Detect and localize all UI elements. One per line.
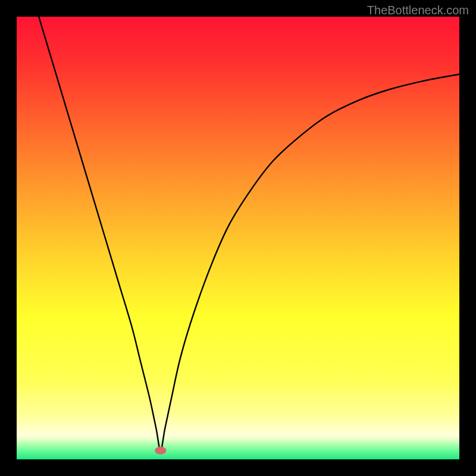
chart-svg [17, 17, 459, 459]
chart-frame: TheBottleneck.com [0, 0, 476, 476]
watermark-text: TheBottleneck.com [367, 4, 469, 17]
gradient-background [17, 17, 459, 459]
plot-area [17, 17, 459, 459]
min-marker [155, 446, 166, 454]
